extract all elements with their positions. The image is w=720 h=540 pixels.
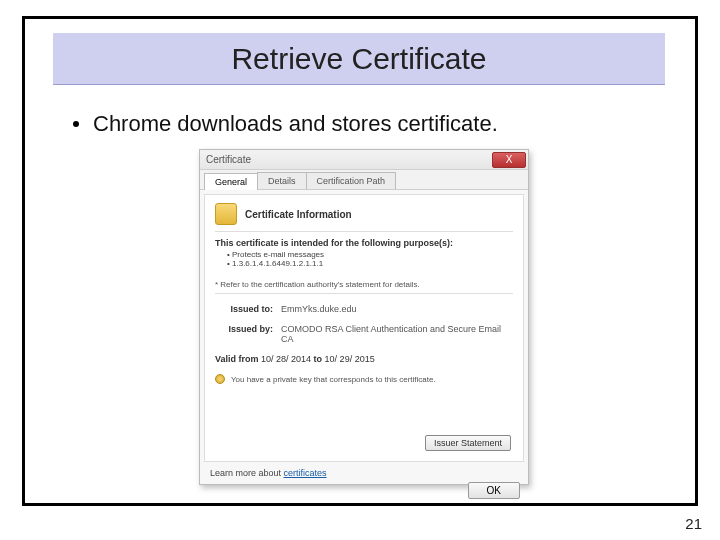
valid-row: Valid from 10/ 28/ 2014 to 10/ 29/ 2015 [215, 354, 513, 364]
valid-label: Valid from [215, 354, 259, 364]
tab-details[interactable]: Details [257, 172, 307, 189]
dialog-footer: OK [200, 478, 528, 499]
info-header: Certificate Information [215, 203, 513, 225]
learn-more-prefix: Learn more about [210, 468, 284, 478]
issued-to-row: Issued to: EmmYks.duke.edu [215, 304, 513, 314]
ok-button[interactable]: OK [468, 482, 520, 499]
dialog-title: Certificate [206, 154, 251, 165]
close-button[interactable]: X [492, 152, 526, 168]
purpose-item: • 1.3.6.1.4.1.6449.1.2.1.1.1 [227, 259, 513, 268]
issued-by-row: Issued by: COMODO RSA Client Authenticat… [215, 324, 513, 344]
valid-to: 10/ 29/ 2015 [325, 354, 375, 364]
slide-frame: Retrieve Certificate Chrome downloads an… [22, 16, 698, 506]
dialog-body: Certificate Information This certificate… [204, 194, 524, 462]
bullet-dot-icon [73, 121, 79, 127]
divider [215, 293, 513, 294]
bullet-row: Chrome downloads and stores certificate. [73, 111, 498, 137]
issuer-statement-button[interactable]: Issuer Statement [425, 435, 511, 451]
learn-more-line: Learn more about certificates [200, 466, 528, 478]
dialog-titlebar: Certificate X [200, 150, 528, 170]
key-icon [215, 374, 225, 384]
issued-to-label: Issued to: [215, 304, 273, 314]
slide-number: 21 [685, 515, 702, 532]
certificate-dialog: Certificate X General Details Certificat… [199, 149, 529, 485]
private-key-text: You have a private key that corresponds … [231, 375, 436, 384]
certificate-icon [215, 203, 237, 225]
tab-certification-path[interactable]: Certification Path [306, 172, 397, 189]
authority-footnote: * Refer to the certification authority's… [215, 280, 513, 289]
title-band: Retrieve Certificate [53, 33, 665, 85]
issued-to-value: EmmYks.duke.edu [281, 304, 513, 314]
info-heading: Certificate Information [245, 209, 352, 220]
purpose-list: • Protects e-mail messages • 1.3.6.1.4.1… [227, 250, 513, 268]
divider [215, 231, 513, 232]
slide-title: Retrieve Certificate [231, 42, 486, 76]
tab-strip: General Details Certification Path [200, 170, 528, 190]
valid-to-word: to [314, 354, 323, 364]
purpose-item: • Protects e-mail messages [227, 250, 513, 259]
purpose-intro: This certificate is intended for the fol… [215, 238, 513, 248]
certificates-link[interactable]: certificates [284, 468, 327, 478]
issued-by-value: COMODO RSA Client Authentication and Sec… [281, 324, 513, 344]
bullet-text: Chrome downloads and stores certificate. [93, 111, 498, 137]
valid-from: 10/ 28/ 2014 [261, 354, 311, 364]
private-key-line: You have a private key that corresponds … [215, 374, 513, 384]
tab-general[interactable]: General [204, 173, 258, 190]
issued-by-label: Issued by: [215, 324, 273, 344]
